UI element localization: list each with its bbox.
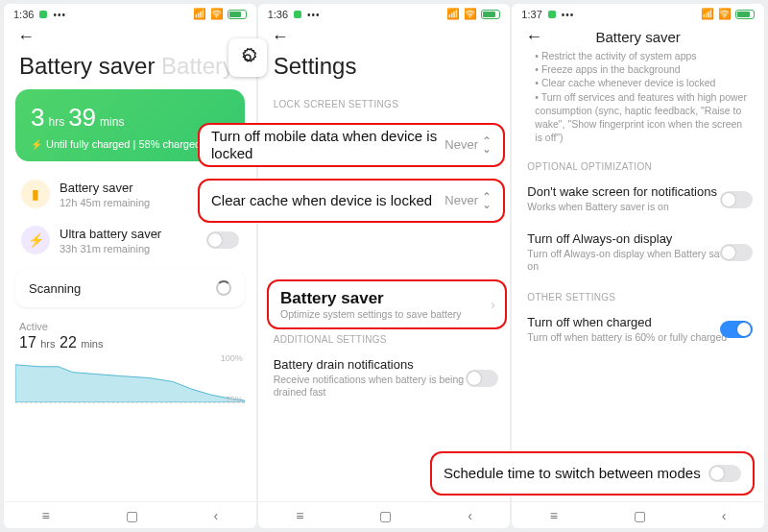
- callout-battery-saver-row[interactable]: Battery saver Optimize system settings t…: [267, 279, 507, 329]
- battery-icon: ▮: [21, 180, 50, 208]
- row-sub: Receive notifications when battery is be…: [274, 374, 495, 399]
- page-title: Battery saver Battery: [4, 47, 256, 89]
- nav-home-icon[interactable]: ▢: [126, 508, 138, 523]
- android-navbar: ≡ ▢ ‹: [512, 501, 764, 528]
- battery-icon: [735, 10, 755, 19]
- graph-75-label: 75%: [226, 395, 243, 404]
- nav-back-icon[interactable]: ‹: [722, 508, 727, 523]
- dont-wake-toggle[interactable]: [720, 191, 753, 208]
- nav-recent-icon[interactable]: ≡: [41, 508, 49, 523]
- schedule-toggle[interactable]: [708, 465, 741, 482]
- more-icon: [53, 9, 66, 20]
- hero-hours: 3: [31, 103, 44, 133]
- callout-label: Turn off mobile data when device is lock…: [211, 128, 444, 162]
- screen-battery-saver-detail: 1:37 📶 🛜 ← Battery saver Restrict the ac…: [512, 4, 764, 528]
- row-sub: 33h 31m remaining: [60, 243, 197, 254]
- callout-schedule-modes[interactable]: Schedule time to switch between modes: [430, 451, 755, 496]
- rec-indicator-icon: [294, 11, 301, 18]
- row-off-when-charged[interactable]: Turn off when charged Turn off when batt…: [512, 306, 764, 353]
- hero-mins-unit: mins: [100, 115, 124, 129]
- section-optional: OPTIONAL OPTIMIZATION: [512, 152, 764, 176]
- callout-value: Never: [444, 193, 478, 208]
- scanning-card[interactable]: Scanning: [15, 269, 245, 307]
- signal-icon: 📶: [446, 8, 460, 20]
- callout-mobile-data-locked[interactable]: Turn off mobile data when device is lock…: [198, 123, 505, 167]
- more-icon: [562, 9, 575, 20]
- hero-mins: 39: [68, 103, 96, 133]
- signal-icon: 📶: [701, 8, 714, 20]
- wifi-icon: 🛜: [464, 8, 477, 20]
- gear-icon: [237, 47, 258, 68]
- row-sub: Works when Battery saver is on: [527, 201, 749, 214]
- row-drain-notifications[interactable]: Battery drain notifications Receive noti…: [258, 349, 511, 408]
- row-sub: Turn off when battery is 60% or fully ch…: [527, 331, 749, 345]
- rec-indicator-icon: [39, 11, 47, 18]
- page-title-text: Battery saver: [19, 53, 155, 79]
- info-bullets: Restrict the activity of system apps Fre…: [512, 47, 764, 152]
- row-sub: Turn off Always-on display when Battery …: [527, 248, 749, 274]
- nav-home-icon[interactable]: ▢: [634, 508, 646, 523]
- status-bar: 1:37 📶 🛜: [512, 4, 764, 22]
- row-title: Don't wake screen for notifications: [527, 184, 749, 199]
- aod-toggle[interactable]: [720, 244, 753, 261]
- nav-back-icon[interactable]: ‹: [214, 508, 219, 523]
- bullet: Clear cache whenever device is locked: [535, 76, 747, 89]
- hero-hours-unit: hrs: [48, 115, 64, 129]
- clock: 1:36: [268, 9, 288, 20]
- more-icon: [307, 9, 321, 20]
- spinner-icon: [216, 280, 231, 296]
- callout-label: Clear cache when device is locked: [211, 192, 432, 209]
- clock: 1:37: [521, 9, 541, 20]
- battery-icon: [228, 10, 247, 19]
- drain-toggle[interactable]: [466, 370, 498, 387]
- section-lock-screen: LOCK SCREEN SETTINGS: [258, 89, 511, 113]
- row-title: Turn off when charged: [527, 315, 749, 329]
- battery-graph[interactable]: 100% 75%: [15, 355, 245, 403]
- chevron-right-icon: ›: [491, 296, 495, 313]
- sorter-icon: ⌃⌄: [482, 137, 492, 154]
- status-bar: 1:36 📶 🛜: [258, 4, 511, 22]
- sorter-icon: ⌃⌄: [482, 193, 492, 209]
- android-navbar: ≡ ▢ ‹: [4, 501, 256, 528]
- clock: 1:36: [13, 9, 34, 20]
- signal-icon: 📶: [193, 8, 206, 20]
- page-title: Settings: [258, 47, 511, 89]
- row-title: Battery drain notifications: [274, 357, 495, 372]
- active-hours-unit: hrs: [40, 338, 55, 350]
- nav-recent-icon[interactable]: ≡: [550, 508, 558, 523]
- scanning-label: Scanning: [29, 281, 81, 296]
- wifi-icon: 🛜: [718, 8, 732, 20]
- page-title-ghost: Battery: [161, 53, 234, 79]
- row-title: Turn off Always-on display: [527, 231, 749, 246]
- row-title: Ultra battery saver: [60, 227, 197, 241]
- row-dont-wake[interactable]: Don't wake screen for notifications Work…: [512, 176, 764, 223]
- off-when-charged-toggle[interactable]: [720, 321, 753, 338]
- active-time-block: Active 17 hrs 22 mins: [4, 313, 256, 351]
- back-arrow-icon[interactable]: ←: [272, 28, 289, 45]
- wifi-icon: 🛜: [210, 8, 224, 20]
- ultra-saver-toggle[interactable]: [206, 231, 239, 249]
- bullet: Turn off services and features with high…: [535, 90, 747, 145]
- nav-home-icon[interactable]: ▢: [379, 508, 392, 523]
- active-mins: 22: [60, 334, 77, 351]
- callout-label: Schedule time to switch between modes: [444, 465, 701, 482]
- bolt-icon: ⚡: [21, 226, 50, 254]
- back-arrow-icon[interactable]: ←: [17, 28, 35, 45]
- bullet: Freeze apps in the background: [535, 62, 747, 76]
- row-always-on-display[interactable]: Turn off Always-on display Turn off Alwa…: [512, 223, 764, 282]
- active-label: Active: [19, 321, 241, 332]
- status-bar: 1:36 📶 🛜: [4, 4, 256, 22]
- graph-100-label: 100%: [221, 353, 243, 363]
- nav-back-icon[interactable]: ‹: [468, 508, 472, 523]
- callout-clear-cache-locked[interactable]: Clear cache when device is locked Never …: [198, 179, 505, 223]
- android-navbar: ≡ ▢ ‹: [258, 501, 511, 528]
- back-arrow-icon[interactable]: ←: [525, 28, 542, 45]
- active-mins-unit: mins: [81, 338, 103, 350]
- nav-recent-icon[interactable]: ≡: [296, 508, 303, 523]
- settings-gear-button[interactable]: [228, 38, 267, 77]
- callout-sub: Optimize system settings to save battery: [280, 308, 462, 321]
- screen-settings: 1:36 📶 🛜 ← Settings LOCK SCREEN SETTINGS…: [258, 4, 511, 528]
- rec-indicator-icon: [548, 11, 556, 18]
- row-ultra-battery-saver[interactable]: ⚡ Ultra battery saver 33h 31m remaining: [8, 217, 252, 263]
- battery-icon: [481, 10, 500, 19]
